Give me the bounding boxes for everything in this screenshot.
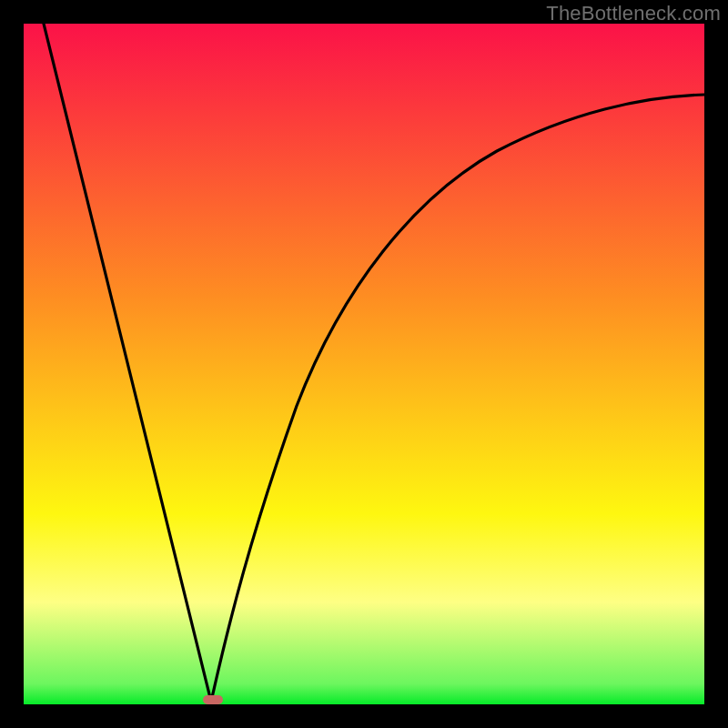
- watermark-text: TheBottleneck.com: [546, 2, 721, 25]
- chart-svg: [24, 24, 704, 704]
- chart-frame: TheBottleneck.com: [0, 0, 728, 728]
- plot-area: [24, 24, 704, 704]
- minimum-marker: [203, 695, 223, 704]
- gradient-background: [24, 24, 704, 704]
